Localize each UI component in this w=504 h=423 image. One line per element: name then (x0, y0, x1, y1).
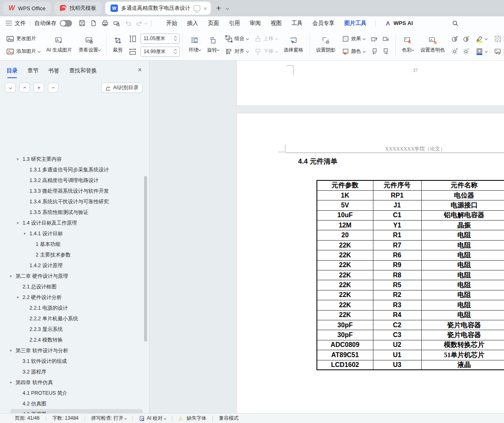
toc-item[interactable]: 第三章 软件设计与分析 (0, 345, 144, 356)
toc-collapse-button[interactable]: − (48, 83, 59, 92)
menu-item[interactable]: 页面 (203, 17, 224, 29)
rotate-button[interactable]: 旋转 (204, 32, 222, 58)
table-row[interactable]: 22K R6 电阻 (317, 250, 504, 260)
group-button[interactable]: 组合 (224, 34, 250, 44)
set-transparent-color-button[interactable]: 设置透明色 (417, 32, 448, 58)
set-shadow-button[interactable]: 设置阴影 (313, 32, 339, 58)
nudge-right-icon[interactable] (382, 47, 390, 55)
toc-item[interactable]: 2.2 硬件设计分析 (0, 292, 144, 303)
toc-prev-button[interactable] (19, 83, 30, 92)
table-row[interactable]: 10uF C1 铝电解电容器 (317, 210, 504, 220)
highlight-color-button[interactable] (474, 34, 489, 44)
toc-item[interactable]: 1.3.1 多通道信号同步采集系统设计 (0, 164, 144, 175)
menu-item[interactable]: 视图 (266, 17, 287, 29)
ai-generate-picture-button[interactable]: AI 生成图片 (43, 32, 75, 58)
toc-item[interactable]: 1.3.3 微处理器系统设计与软件开发 (0, 186, 144, 196)
picture-effects-button[interactable]: 效果 (340, 34, 367, 44)
toc-item[interactable]: 4.1 PROTEUS 简介 (0, 388, 144, 398)
view-settings-button[interactable]: 查看设置 (75, 32, 104, 58)
table-row[interactable]: 5V J1 电源接口 (317, 200, 504, 210)
menu-item[interactable]: 会员专享 (307, 17, 339, 29)
print-preview-icon[interactable] (111, 18, 122, 28)
close-tab-icon[interactable]: × (203, 5, 207, 11)
tab-docer-templates[interactable]: 找稻壳模板 (54, 2, 102, 15)
toc-expand-arrow-icon[interactable] (10, 349, 16, 353)
table-row[interactable]: 30pF C3 瓷片电容器 (317, 330, 504, 340)
tab-wps-office[interactable]: W WPS Office (3, 2, 51, 15)
toc-expand-arrow-icon[interactable] (17, 221, 23, 225)
toc-item[interactable]: 2 主要技术参数 (0, 250, 144, 260)
width-stepper[interactable] (174, 50, 176, 54)
ai-recognize-toc-button[interactable]: AI识别目录 (101, 83, 142, 93)
brightness-down-icon[interactable] (462, 47, 470, 55)
new-tab-button[interactable]: + (215, 3, 223, 13)
nudge-up-icon[interactable] (371, 35, 378, 43)
menu-item[interactable]: 引用 (224, 17, 245, 29)
table-row[interactable]: 22K R4 电阻 (317, 310, 504, 320)
toc-item[interactable]: 第二章 硬件设计与原理 (0, 271, 144, 281)
selection-pane-button[interactable]: 选择窗格 (280, 32, 307, 58)
table-row[interactable]: 12M Y1 晶振 (317, 220, 504, 230)
crop-button[interactable]: 裁剪 (110, 32, 126, 58)
height-stepper[interactable] (174, 36, 176, 40)
add-picture-button[interactable]: 添加图片 (5, 47, 42, 56)
toc-item[interactable]: 2.1 总设计框图 (0, 281, 144, 292)
search-icon[interactable] (450, 18, 461, 29)
toc-item[interactable]: 1 基本功能 (0, 239, 144, 250)
toc-item[interactable]: 1.3.2 高精度信号调理电路设计 (0, 175, 144, 186)
tab-active-document[interactable]: W 多通道高精度数字电压表设计 × (105, 2, 211, 15)
sidebar-tab[interactable]: 目录 (7, 67, 18, 78)
menu-item[interactable]: 插入 (182, 17, 203, 29)
text-wrap-button[interactable]: 环绕 (185, 32, 204, 58)
picture-color-button[interactable]: 颜色 (340, 47, 367, 56)
menu-item[interactable]: 图片工具 (339, 17, 371, 29)
wps-ai-button[interactable]: WPS AI (380, 20, 418, 26)
table-row[interactable]: 22K R7 电阻 (317, 240, 504, 250)
brightness-up-icon[interactable] (451, 47, 459, 55)
toc-item[interactable]: 3.2 源程序 (0, 367, 144, 377)
toc-next-button[interactable] (5, 83, 16, 92)
hamburger-icon[interactable] (6, 21, 12, 25)
picture-border-button[interactable] (474, 47, 489, 56)
toc-item[interactable]: 1.4.1 设计目标 (0, 228, 144, 239)
toc-expand-arrow-icon[interactable] (10, 274, 16, 278)
sidebar-scrollbar[interactable] (144, 176, 147, 342)
toc-item[interactable]: 2.2.4 模数转换 (0, 335, 144, 345)
bring-forward-button[interactable]: 上移 (253, 34, 279, 44)
toc-item[interactable]: 3.1 软件设计的组成 (0, 356, 144, 367)
toc-item[interactable]: 2.2.3 显示系统 (0, 324, 144, 335)
contrast-down-icon[interactable] (462, 35, 470, 43)
contrast-up-icon[interactable] (451, 35, 459, 43)
nudge-down-icon[interactable] (382, 35, 390, 43)
toc-item[interactable]: 2.2.1 电源的设计 (0, 303, 144, 313)
comment-icon[interactable] (194, 5, 200, 11)
reset-picture-button[interactable]: 重设 (493, 47, 504, 56)
ai-proofread-button[interactable]: AI 校对 (139, 415, 166, 422)
component-list-table[interactable]: 元件参数 元件序号 元件名称 1K RP1 电位器 5V J1 (316, 180, 504, 370)
change-picture-button[interactable]: 更改图片 (5, 34, 42, 44)
transparency-button[interactable]: 透明 (493, 34, 504, 44)
toc-item[interactable]: 1.3 研究主要内容 (0, 154, 144, 164)
table-row[interactable]: ADC0809 U2 模数转换芯片 (317, 340, 504, 350)
toc-item[interactable]: 1.3.4 系统抗干扰设计与可靠性研究 (0, 196, 144, 207)
toc-item[interactable]: 1.3.5 系统性能测试与验证 (0, 207, 144, 218)
print-icon[interactable] (99, 18, 110, 28)
toc-expand-arrow-icon[interactable] (17, 157, 23, 161)
toc-item[interactable]: 2.2.2 单片机最小系统 (0, 313, 144, 324)
tab-list-chevron-icon[interactable] (226, 7, 229, 9)
save-icon[interactable] (77, 18, 87, 28)
menu-item[interactable]: 审阅 (245, 17, 266, 29)
autosave-toggle[interactable] (60, 20, 72, 27)
height-input[interactable]: 11.05厘米 (140, 34, 180, 44)
redo-icon[interactable] (134, 18, 145, 28)
nudge-left-icon[interactable] (371, 47, 378, 55)
undo-icon[interactable] (122, 18, 133, 28)
toc-expand-arrow-icon[interactable] (17, 295, 23, 299)
file-menu[interactable]: 文件 (15, 20, 26, 27)
table-row[interactable]: 22K R5 电阻 (317, 280, 504, 290)
spell-check-status[interactable]: 拼写检查: 打开 (91, 415, 127, 422)
word-count[interactable]: 字数: 13484 (52, 415, 79, 422)
toc-item[interactable]: 1.4.2 设计原理 (0, 260, 144, 271)
sidebar-tab[interactable]: 查找和替换 (69, 67, 97, 78)
toc-item[interactable]: 第四章 软件仿真 (0, 377, 144, 388)
